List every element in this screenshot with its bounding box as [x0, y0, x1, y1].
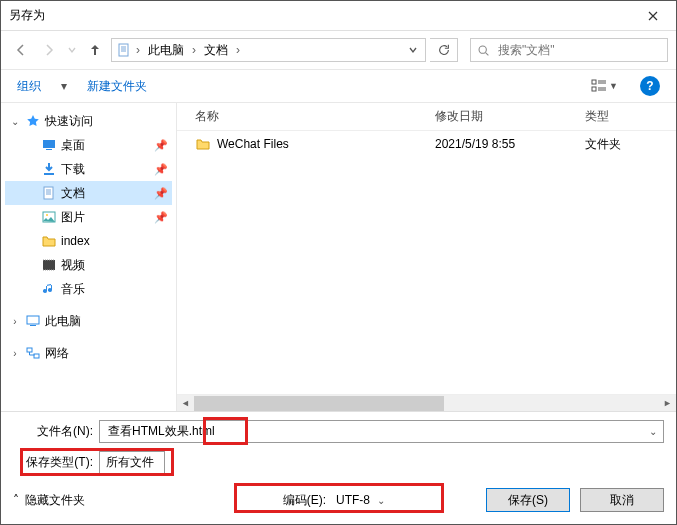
svg-rect-11: [27, 316, 39, 324]
expand-icon[interactable]: ›: [9, 348, 21, 359]
scroll-right-arrow[interactable]: ►: [659, 395, 676, 412]
filetype-row: 保存类型(T): 所有文件: [13, 451, 664, 474]
svg-rect-10: [43, 260, 55, 270]
col-name[interactable]: 名称: [177, 108, 427, 125]
filetype-label: 保存类型(T):: [13, 454, 93, 471]
filename-field[interactable]: ⌄: [99, 420, 664, 443]
file-type: 文件夹: [577, 136, 676, 153]
address-bar[interactable]: › 此电脑 › 文档 ›: [111, 38, 426, 62]
collapse-icon[interactable]: ⌄: [9, 116, 21, 127]
svg-rect-0: [119, 44, 128, 56]
file-name: WeChat Files: [217, 137, 289, 151]
svg-rect-14: [34, 354, 39, 358]
toolbar: 组织 ▾ 新建文件夹 ▼ ?: [1, 69, 676, 103]
tree-label: 此电脑: [45, 313, 81, 330]
new-folder-button[interactable]: 新建文件夹: [87, 78, 147, 95]
tree-label: 网络: [45, 345, 69, 362]
recent-locations-button[interactable]: [65, 38, 79, 62]
cancel-button-label: 取消: [610, 492, 634, 509]
download-icon: [41, 161, 57, 177]
filetype-field[interactable]: 所有文件: [99, 451, 165, 474]
save-button-label: 保存(S): [508, 492, 548, 509]
view-options-button[interactable]: ▼: [589, 77, 620, 95]
pin-icon: 📌: [154, 211, 168, 224]
svg-rect-13: [27, 348, 32, 352]
filename-input[interactable]: [106, 424, 645, 440]
tree-label: 快速访问: [45, 113, 93, 130]
tree-label: 文档: [61, 185, 85, 202]
encoding-label: 编码(E):: [283, 492, 326, 509]
pin-icon: 📌: [154, 139, 168, 152]
col-date[interactable]: 修改日期: [427, 108, 577, 125]
scroll-left-arrow[interactable]: ◄: [177, 395, 194, 412]
col-type[interactable]: 类型: [577, 108, 676, 125]
svg-point-9: [46, 214, 48, 216]
chevron-up-icon: ˄: [13, 493, 19, 507]
tree-label: 音乐: [61, 281, 85, 298]
column-headers: 名称 修改日期 类型: [177, 103, 676, 131]
tree-downloads[interactable]: 下载 📌: [5, 157, 172, 181]
bottom-panel: 文件名(N): ⌄ 保存类型(T): 所有文件 ˄ 隐藏文件夹 编码(E): U…: [1, 411, 676, 524]
window-buttons: [630, 1, 676, 31]
svg-rect-7: [44, 187, 53, 199]
svg-rect-4: [43, 140, 55, 148]
pc-icon: [25, 313, 41, 329]
expand-icon[interactable]: ›: [9, 316, 21, 327]
dropdown-icon[interactable]: ⌄: [373, 495, 385, 506]
refresh-button[interactable]: [430, 38, 458, 62]
save-button[interactable]: 保存(S): [486, 488, 570, 512]
filename-row: 文件名(N): ⌄: [13, 420, 664, 443]
encoding-field[interactable]: UTF-8 ⌄: [336, 493, 476, 507]
tree-desktop[interactable]: 桌面 📌: [5, 133, 172, 157]
star-icon: [25, 113, 41, 129]
close-button[interactable]: [630, 1, 676, 31]
document-icon: [116, 42, 132, 58]
file-list[interactable]: WeChat Files 2021/5/19 8:55 文件夹: [177, 131, 676, 394]
pin-icon: 📌: [154, 187, 168, 200]
search-input[interactable]: [496, 42, 661, 58]
main-area: ⌄ 快速访问 桌面 📌 下载 📌 文档 📌 图片 📌: [1, 103, 676, 411]
breadcrumb-root[interactable]: 此电脑: [144, 42, 188, 59]
tree-this-pc[interactable]: › 此电脑: [5, 309, 172, 333]
tree-label: index: [61, 234, 90, 248]
dropdown-icon[interactable]: ⌄: [645, 426, 657, 437]
organize-menu[interactable]: 组织: [17, 78, 41, 95]
horizontal-scrollbar[interactable]: ◄ ►: [177, 394, 676, 411]
chevron-right-icon: ›: [192, 43, 196, 57]
action-row: ˄ 隐藏文件夹 编码(E): UTF-8 ⌄ 保存(S) 取消: [13, 482, 664, 512]
tree-pictures[interactable]: 图片 📌: [5, 205, 172, 229]
video-icon: [41, 257, 57, 273]
svg-rect-2: [592, 80, 596, 84]
address-dropdown-button[interactable]: [405, 46, 421, 54]
encoding-value: UTF-8: [336, 493, 370, 507]
window-title: 另存为: [9, 7, 45, 24]
filename-label: 文件名(N):: [13, 423, 93, 440]
breadcrumb-folder[interactable]: 文档: [200, 42, 232, 59]
tree-label: 下载: [61, 161, 85, 178]
titlebar: 另存为: [1, 1, 676, 31]
tree-quick-access[interactable]: ⌄ 快速访问: [5, 109, 172, 133]
music-icon: [41, 281, 57, 297]
up-button[interactable]: [83, 38, 107, 62]
search-icon: [477, 44, 490, 57]
network-icon: [25, 345, 41, 361]
tree-network[interactable]: › 网络: [5, 341, 172, 365]
scrollbar-thumb[interactable]: [194, 396, 444, 411]
back-button[interactable]: [9, 38, 33, 62]
tree-label: 桌面: [61, 137, 85, 154]
chevron-right-icon: ›: [136, 43, 140, 57]
search-box[interactable]: [470, 38, 668, 62]
tree-music[interactable]: 音乐: [5, 277, 172, 301]
tree-documents[interactable]: 文档 📌: [5, 181, 172, 205]
file-date: 2021/5/19 8:55: [427, 137, 577, 151]
address-bar-row: › 此电脑 › 文档 ›: [1, 31, 676, 69]
tree-index[interactable]: index: [5, 229, 172, 253]
tree-label: 视频: [61, 257, 85, 274]
svg-rect-3: [592, 87, 596, 91]
list-item[interactable]: WeChat Files 2021/5/19 8:55 文件夹: [177, 131, 676, 157]
help-button[interactable]: ?: [640, 76, 660, 96]
tree-videos[interactable]: 视频: [5, 253, 172, 277]
cancel-button[interactable]: 取消: [580, 488, 664, 512]
hide-folders-toggle[interactable]: ˄ 隐藏文件夹: [13, 492, 85, 509]
forward-button[interactable]: [37, 38, 61, 62]
